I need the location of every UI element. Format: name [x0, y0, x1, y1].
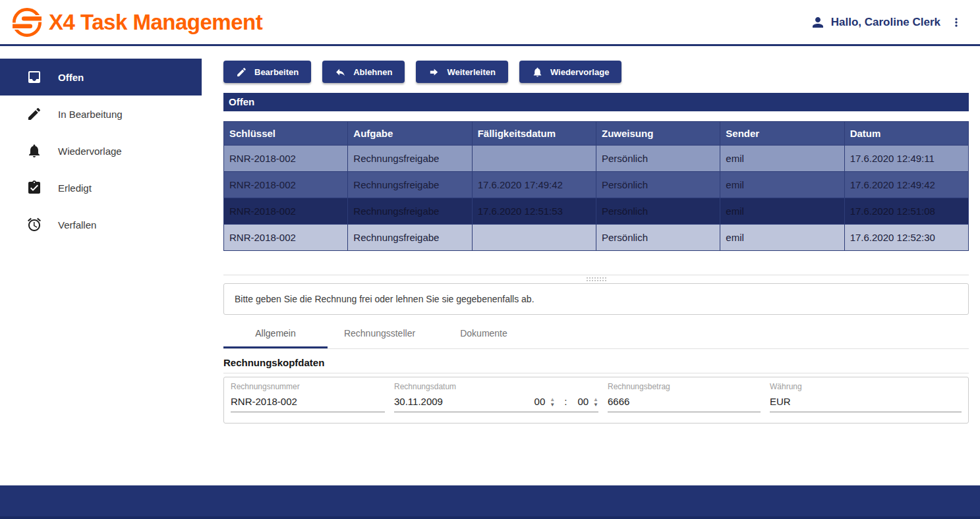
- task-table: SchlüsselAufgabeFälligkeitsdatumZuweisun…: [223, 121, 969, 251]
- table-row-selected[interactable]: RNR-2018-002Rechnungsfreigabe17.6.2020 1…: [224, 198, 969, 225]
- table-cell: 17.6.2020 12:51:08: [844, 198, 968, 225]
- app-header: X4 Task Management Hallo, Caroline Clerk: [0, 0, 980, 46]
- sidebar-item-label: Verfallen: [58, 219, 96, 231]
- instruction-text: Bitte geben Sie die Rechnung frei oder l…: [235, 294, 534, 304]
- hour-stepper: ▲ ▼: [550, 396, 555, 407]
- panel-splitter[interactable]: [223, 275, 969, 283]
- table-cell: emil: [720, 198, 844, 225]
- inbox-icon: [26, 69, 42, 85]
- rechnungsbetrag-input[interactable]: 6666: [608, 396, 761, 412]
- hour-up-button[interactable]: ▲: [550, 396, 555, 402]
- table-row[interactable]: RNR-2018-002RechnungsfreigabePersönliche…: [224, 146, 969, 172]
- table-row[interactable]: RNR-2018-002Rechnungsfreigabe17.6.2020 1…: [224, 172, 969, 198]
- field-label: Rechnungsbetrag: [608, 382, 761, 391]
- table-cell: emil: [720, 146, 844, 172]
- column-header-aufgabe: Aufgabe: [348, 122, 472, 146]
- field-label: Rechnungsdatum: [394, 382, 598, 391]
- rechnungsnummer-input[interactable]: RNR-2018-002: [231, 396, 385, 412]
- pencil-icon: [236, 67, 247, 78]
- field-waehrung: Währung EUR: [770, 382, 962, 412]
- table-cell: emil: [720, 172, 844, 198]
- section-title: Rechnungskopfdaten: [223, 357, 969, 368]
- field-value: EUR: [770, 396, 791, 407]
- field-value: 6666: [608, 396, 629, 407]
- field-rechnungsdatum: Rechnungsdatum 30.11.2009 00 ▲ ▼ : 00 ▲ …: [394, 382, 598, 412]
- detail-tabs: AllgemeinRechnungsstellerDokumente: [223, 320, 969, 349]
- table-row[interactable]: RNR-2018-002RechnungsfreigabePersönliche…: [224, 225, 969, 251]
- sidebar-item-label: Wiedervorlage: [58, 146, 122, 157]
- waehrung-input[interactable]: EUR: [770, 396, 962, 412]
- bearbeiten-button[interactable]: Bearbeiten: [223, 61, 311, 83]
- overflow-menu-button[interactable]: [950, 16, 963, 29]
- sidebar-item-label: Erledigt: [58, 182, 92, 194]
- table-cell: 17.6.2020 12:49:11: [844, 146, 968, 172]
- footer: [0, 485, 980, 519]
- invoice-header-form: Rechnungsnummer RNR-2018-002 Rechnungsda…: [223, 377, 969, 423]
- column-header-zuweisung: Zuweisung: [596, 122, 720, 146]
- table-cell: Persönlich: [596, 225, 720, 251]
- hour-down-button[interactable]: ▼: [550, 402, 555, 407]
- sidebar-item-label: In Bearbeitung: [58, 109, 123, 120]
- arrow-right-icon: [428, 67, 440, 78]
- column-header-datum: Datum: [844, 122, 968, 146]
- minute-stepper: ▲ ▼: [593, 396, 598, 407]
- minute-up-button[interactable]: ▲: [593, 396, 598, 402]
- button-label: Ablehnen: [353, 67, 392, 77]
- splitter-handle-dots: [587, 277, 606, 281]
- sidebar: OffenIn BearbeitungWiedervorlageErledigt…: [0, 46, 202, 485]
- table-cell: emil: [720, 225, 844, 251]
- page-title: X4 Task Management: [49, 10, 262, 35]
- table-cell: Persönlich: [596, 172, 720, 198]
- weiterleiten-button[interactable]: Weiterleiten: [416, 61, 507, 83]
- ablehnen-button[interactable]: Ablehnen: [322, 61, 405, 83]
- task-list-title: Offen: [223, 93, 969, 111]
- table-cell: RNR-2018-002: [224, 172, 348, 198]
- tab-rechnungssteller[interactable]: Rechnungssteller: [328, 320, 432, 348]
- button-label: Bearbeiten: [254, 67, 299, 77]
- alarm-icon: [26, 217, 42, 232]
- field-label: Rechnungsnummer: [231, 382, 385, 391]
- column-header-schl-ssel: Schlüssel: [224, 122, 348, 146]
- table-cell: Persönlich: [596, 146, 720, 172]
- section-divider: [223, 373, 969, 373]
- table-cell: RNR-2018-002: [224, 225, 348, 251]
- table-cell: 17.6.2020 17:49:42: [472, 172, 596, 198]
- rechnungsdatum-input[interactable]: 30.11.2009: [394, 396, 532, 407]
- sidebar-item-erledigt[interactable]: Erledigt: [0, 169, 202, 206]
- x4-logo-icon: [12, 7, 42, 38]
- table-cell: Rechnungsfreigabe: [348, 146, 472, 172]
- field-label: Währung: [770, 382, 962, 391]
- table-header-row: SchlüsselAufgabeFälligkeitsdatumZuweisun…: [224, 122, 969, 146]
- field-rechnungsbetrag: Rechnungsbetrag 6666: [608, 382, 761, 412]
- field-rechnungsnummer: Rechnungsnummer RNR-2018-002: [231, 382, 385, 412]
- sidebar-item-label: Offen: [58, 72, 84, 83]
- sidebar-item-offen[interactable]: Offen: [0, 59, 202, 96]
- minute-input[interactable]: 00: [577, 396, 589, 407]
- table-cell: RNR-2018-002: [224, 198, 348, 225]
- reply-icon: [335, 67, 346, 78]
- sidebar-item-in-bearbeitung[interactable]: In Bearbeitung: [0, 96, 202, 132]
- tab-dokumente[interactable]: Dokumente: [432, 320, 536, 348]
- clipboard-check-icon: [26, 180, 42, 196]
- table-cell: Rechnungsfreigabe: [348, 225, 472, 251]
- column-header-f-lligkeitsdatum: Fälligkeitsdatum: [472, 122, 596, 146]
- table-cell: 17.6.2020 12:49:42: [844, 172, 968, 198]
- table-cell: Rechnungsfreigabe: [348, 198, 472, 225]
- pencil-icon: [26, 106, 42, 122]
- instruction-message-box: Bitte geben Sie die Rechnung frei oder l…: [223, 283, 969, 315]
- wiedervorlage-button[interactable]: Wiedervorlage: [519, 61, 621, 83]
- table-cell: Rechnungsfreigabe: [348, 172, 472, 198]
- button-label: Wiedervorlage: [550, 67, 609, 77]
- field-value: RNR-2018-002: [231, 396, 297, 407]
- hour-input[interactable]: 00: [534, 396, 546, 407]
- user-greeting: Hallo, Caroline Clerk: [831, 16, 940, 29]
- sidebar-item-verfallen[interactable]: Verfallen: [0, 206, 202, 243]
- sidebar-item-wiedervorlage[interactable]: Wiedervorlage: [0, 132, 202, 169]
- bell-icon: [532, 67, 543, 78]
- toolbar: BearbeitenAblehnenWeiterleitenWiedervorl…: [223, 61, 969, 83]
- person-icon: [810, 14, 826, 30]
- minute-down-button[interactable]: ▼: [593, 402, 598, 407]
- tab-allgemein[interactable]: Allgemein: [223, 320, 328, 348]
- bell-icon: [26, 143, 42, 159]
- main-content: BearbeitenAblehnenWeiterleitenWiedervorl…: [202, 46, 980, 485]
